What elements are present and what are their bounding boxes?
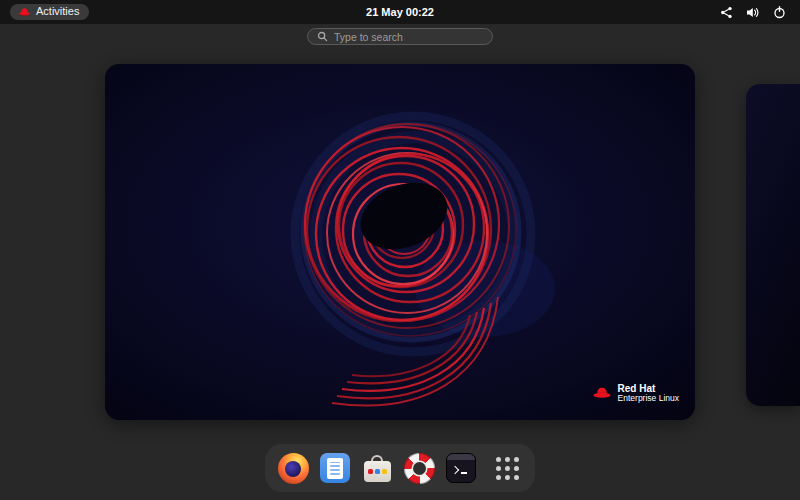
terminal-icon: [446, 453, 476, 483]
red-hat-logo-icon: [18, 7, 31, 17]
network-icon: [720, 6, 733, 19]
firefox-icon: [278, 453, 309, 484]
dock-software-button[interactable]: [361, 452, 393, 484]
search-icon: [317, 31, 328, 42]
clock[interactable]: 21 May 00:22: [360, 0, 440, 24]
help-icon: [404, 453, 435, 484]
show-applications-button[interactable]: [491, 452, 523, 484]
top-bar: Activities 21 May 00:22: [0, 0, 800, 24]
software-icon: [362, 453, 393, 484]
dock-help-button[interactable]: [403, 452, 435, 484]
dock-terminal-button[interactable]: [445, 452, 477, 484]
dock-firefox-button[interactable]: [277, 452, 309, 484]
search-input[interactable]: [334, 31, 483, 43]
gnome-activities-overview: { "top_bar": { "activities_label": "Acti…: [0, 0, 800, 500]
workspace-preview[interactable]: Red Hat Enterprise Linux: [105, 64, 695, 420]
rhel9-wallpaper-art: [105, 64, 695, 420]
activities-button[interactable]: Activities: [10, 4, 89, 20]
dock-text-editor-button[interactable]: [319, 452, 351, 484]
power-icon: [773, 6, 786, 19]
search-bar: [307, 28, 493, 45]
system-status-area[interactable]: [716, 4, 790, 21]
volume-icon: [746, 6, 760, 19]
text-editor-icon: [320, 453, 350, 483]
activities-label: Activities: [36, 6, 79, 17]
workspace-preview-next[interactable]: [746, 84, 800, 406]
app-grid-icon: [496, 457, 519, 480]
dash: [265, 444, 535, 492]
